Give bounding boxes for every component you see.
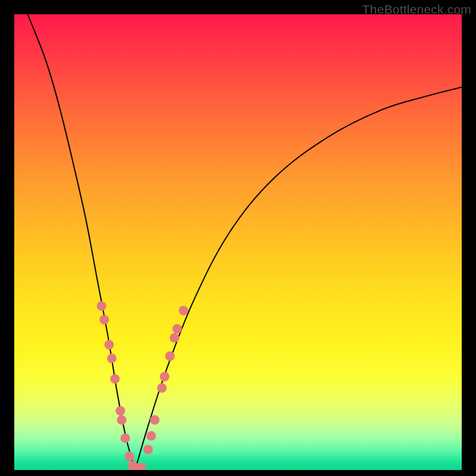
data-marker	[160, 372, 170, 381]
data-marker	[173, 324, 182, 334]
data-marker	[165, 352, 175, 361]
chart-frame	[14, 14, 462, 470]
data-marker	[178, 306, 188, 315]
chart-svg	[14, 14, 462, 470]
data-marker	[115, 406, 125, 415]
data-marker	[124, 452, 134, 461]
data-marker	[99, 315, 109, 324]
curve-left-branch	[28, 14, 135, 470]
data-marker	[107, 353, 117, 363]
watermark-text: TheBottleneck.com	[362, 2, 471, 17]
data-marker	[146, 431, 156, 441]
data-marker	[150, 415, 159, 425]
curve-right-branch	[135, 87, 462, 470]
data-marker	[170, 333, 179, 343]
data-marker	[117, 415, 126, 425]
data-marker	[143, 445, 153, 455]
data-marker	[104, 340, 114, 349]
data-marker	[157, 383, 167, 393]
data-marker	[120, 433, 130, 443]
curve-group	[28, 14, 462, 470]
data-marker	[110, 374, 120, 384]
data-marker	[97, 301, 107, 311]
